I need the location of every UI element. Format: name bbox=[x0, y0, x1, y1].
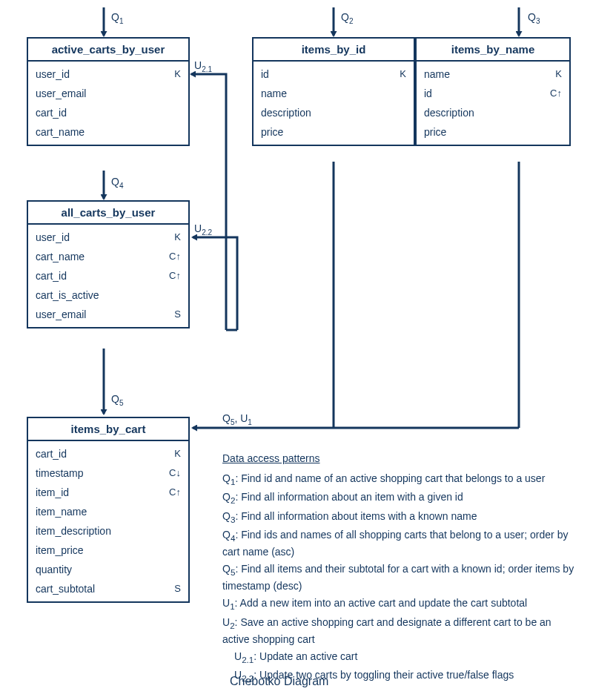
column-name: cart_is_active bbox=[36, 289, 99, 301]
column-name: user_id bbox=[36, 231, 70, 243]
column-name: cart_name bbox=[36, 126, 85, 138]
data-access-patterns: Data access patterns Q1: Find id and nam… bbox=[222, 451, 578, 687]
column-row: item_name bbox=[28, 502, 188, 521]
column-name: cart_id bbox=[36, 448, 67, 460]
column-name: id bbox=[261, 68, 269, 80]
column-row: user_email bbox=[28, 84, 188, 103]
column-name: id bbox=[424, 88, 432, 99]
column-name: timestamp bbox=[36, 467, 84, 479]
column-row: item_description bbox=[28, 521, 188, 541]
column-name: cart_subtotal bbox=[36, 583, 95, 595]
diagram-caption: Chebotko Diagram bbox=[230, 675, 328, 688]
column-row: idK bbox=[254, 65, 414, 84]
column-key: C↑ bbox=[550, 88, 562, 99]
label-q5u1: Q5, U1 bbox=[222, 412, 252, 426]
table-body: cart_idKtimestampC↓item_idC↑item_nameite… bbox=[28, 441, 188, 601]
column-key: K bbox=[555, 68, 562, 80]
column-name: user_email bbox=[36, 88, 86, 99]
column-row: description bbox=[417, 103, 569, 122]
table-title: items_by_id bbox=[254, 39, 414, 62]
patterns-title: Data access patterns bbox=[222, 451, 578, 466]
column-row: nameK bbox=[417, 65, 569, 84]
column-row: cart_is_active bbox=[28, 285, 188, 305]
column-row: timestampC↓ bbox=[28, 463, 188, 483]
column-name: user_email bbox=[36, 308, 86, 320]
column-name: quantity bbox=[36, 564, 72, 575]
table-all-carts-by-user: all_carts_by_useruser_idKcart_nameC↑cart… bbox=[27, 200, 190, 328]
column-name: item_name bbox=[36, 506, 87, 518]
column-name: cart_id bbox=[36, 107, 67, 119]
table-body: idKnamedescriptionprice bbox=[254, 62, 414, 145]
table-title: items_by_name bbox=[417, 39, 569, 62]
column-name: item_price bbox=[36, 544, 84, 556]
patterns-list: Q1: Find id and name of an active shoppi… bbox=[222, 471, 578, 685]
pattern-item: U2.1: Update an active cart bbox=[222, 649, 578, 666]
table-body: user_idKcart_nameC↑cart_idC↑cart_is_acti… bbox=[28, 225, 188, 327]
column-row: user_idK bbox=[28, 65, 188, 84]
column-row: quantity bbox=[28, 560, 188, 579]
column-row: idC↑ bbox=[417, 84, 569, 103]
column-key: K bbox=[174, 448, 181, 460]
column-name: item_id bbox=[36, 486, 69, 498]
column-name: item_description bbox=[36, 525, 111, 537]
column-key: S bbox=[174, 583, 181, 595]
column-name: cart_id bbox=[36, 270, 67, 282]
label-q3: Q3 bbox=[528, 11, 540, 25]
table-title: all_carts_by_user bbox=[28, 202, 188, 225]
column-row: cart_subtotalS bbox=[28, 579, 188, 598]
column-row: cart_id bbox=[28, 103, 188, 122]
column-row: name bbox=[254, 84, 414, 103]
column-row: description bbox=[254, 103, 414, 122]
column-row: item_price bbox=[28, 541, 188, 560]
label-q2: Q2 bbox=[341, 11, 353, 25]
column-row: cart_name bbox=[28, 122, 188, 142]
column-name: description bbox=[424, 107, 474, 119]
column-row: cart_idK bbox=[28, 444, 188, 463]
table-items-by-cart: items_by_cartcart_idKtimestampC↓item_idC… bbox=[27, 417, 190, 603]
table-title: active_carts_by_user bbox=[28, 39, 188, 62]
pattern-item: U2: Save an active shopping cart and des… bbox=[222, 615, 578, 647]
column-name: price bbox=[261, 126, 283, 138]
column-key: C↑ bbox=[169, 486, 181, 498]
pattern-item: U1: Add a new item into an active cart a… bbox=[222, 595, 578, 612]
column-name: name bbox=[261, 88, 287, 99]
table-items-by-id: items_by_ididKnamedescriptionprice bbox=[252, 37, 415, 146]
label-u22: U2.2 bbox=[194, 222, 212, 237]
table-body: user_idKuser_emailcart_idcart_name bbox=[28, 62, 188, 145]
table-body: nameKidC↑descriptionprice bbox=[417, 62, 569, 145]
column-key: S bbox=[174, 308, 181, 320]
label-q1: Q1 bbox=[111, 11, 123, 25]
pattern-item: Q1: Find id and name of an active shoppi… bbox=[222, 471, 578, 488]
column-key: K bbox=[174, 68, 181, 80]
diagram-canvas: Q1 Q2 Q3 Q4 U2.1 U2.2 Q5 Q5, U1 active_c… bbox=[0, 0, 593, 700]
column-name: cart_name bbox=[36, 251, 85, 262]
column-row: price bbox=[254, 122, 414, 142]
column-row: price bbox=[417, 122, 569, 142]
pattern-item: Q4: Find ids and names of all shopping c… bbox=[222, 527, 578, 560]
column-row: user_emailS bbox=[28, 305, 188, 324]
table-title: items_by_cart bbox=[28, 418, 188, 441]
column-key: K bbox=[174, 231, 181, 243]
column-name: name bbox=[424, 68, 450, 80]
column-row: user_idK bbox=[28, 228, 188, 247]
label-q4: Q4 bbox=[111, 176, 123, 190]
column-row: cart_idC↑ bbox=[28, 266, 188, 285]
pattern-item: Q5: Find all items and their subtotal fo… bbox=[222, 561, 578, 594]
column-name: description bbox=[261, 107, 311, 119]
label-q5: Q5 bbox=[111, 393, 123, 407]
table-items-by-name: items_by_namenameKidC↑descriptionprice bbox=[415, 37, 571, 146]
column-row: item_idC↑ bbox=[28, 483, 188, 502]
pattern-item: Q3: Find all information about items wit… bbox=[222, 509, 578, 526]
table-active-carts-by-user: active_carts_by_useruser_idKuser_emailca… bbox=[27, 37, 190, 146]
column-key: C↓ bbox=[169, 467, 181, 479]
label-u21: U2.1 bbox=[194, 59, 212, 73]
column-name: user_id bbox=[36, 68, 70, 80]
column-row: cart_nameC↑ bbox=[28, 247, 188, 266]
column-key: K bbox=[400, 68, 406, 80]
column-key: C↑ bbox=[169, 251, 181, 262]
pattern-item: Q2: Find all information about an item w… bbox=[222, 489, 578, 506]
column-key: C↑ bbox=[169, 270, 181, 282]
column-name: price bbox=[424, 126, 446, 138]
